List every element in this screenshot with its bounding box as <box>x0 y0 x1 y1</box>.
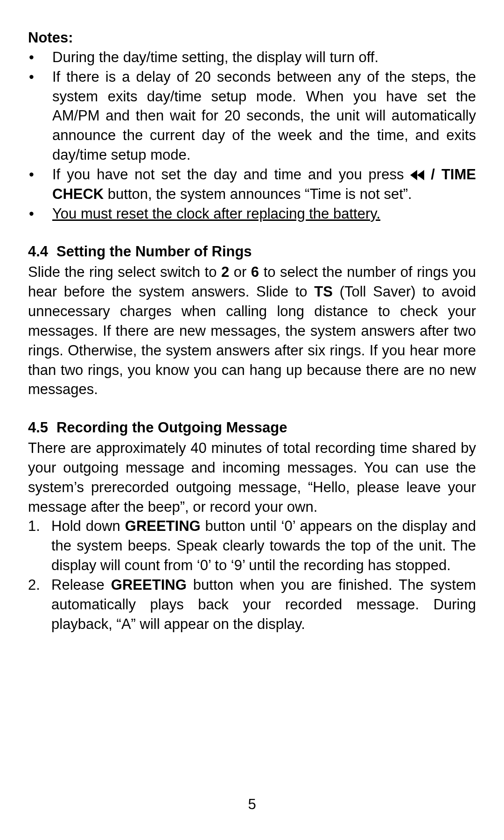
text-run: (Toll Saver) to avoid unnecessary charge… <box>28 283 476 397</box>
text-run-bold: / <box>424 166 441 183</box>
section-heading-4-4: 4.4 Setting the Number of Rings <box>28 242 476 261</box>
text-run: Slide the ring select switch to <box>28 264 221 280</box>
bullet-icon <box>28 67 52 87</box>
step-number: 1. <box>28 516 51 536</box>
text-run: Release <box>51 577 111 593</box>
svg-marker-0 <box>410 170 417 180</box>
note-text: During the day/time setting, the display… <box>52 48 476 67</box>
text-run: button, the system announces “Time is no… <box>104 186 412 202</box>
section-4-5-steps: 1. Hold down GREETING button until ‘0’ a… <box>28 516 476 634</box>
note-text: If there is a delay of 20 seconds betwee… <box>52 67 476 165</box>
list-item: 1. Hold down GREETING button until ‘0’ a… <box>28 516 476 575</box>
greeting-label: GREETING <box>125 518 201 534</box>
page-number: 5 <box>0 795 504 814</box>
text-run: If you have not set the day and time and… <box>52 166 410 183</box>
section-title: Recording the Outgoing Message <box>56 418 287 438</box>
list-item: If there is a delay of 20 seconds betwee… <box>28 67 476 165</box>
text-run-bold: TS <box>314 283 333 300</box>
notes-list: During the day/time setting, the display… <box>28 48 476 224</box>
text-run-bold: 2 <box>221 264 229 280</box>
bullet-icon <box>28 204 52 224</box>
list-item: 2. Release GREETING button when you are … <box>28 575 476 634</box>
rewind-icon <box>410 166 424 176</box>
bullet-icon <box>28 48 52 67</box>
step-number: 2. <box>28 575 51 595</box>
text-run: or <box>229 264 251 280</box>
section-number: 4.5 <box>28 418 48 438</box>
text-run-bold: 6 <box>251 264 259 280</box>
list-item: During the day/time setting, the display… <box>28 48 476 67</box>
manual-page: Notes: During the day/time setting, the … <box>0 0 504 840</box>
section-4-5-intro: There are approximately 40 minutes of to… <box>28 438 476 516</box>
note-text: If you have not set the day and time and… <box>52 165 476 204</box>
note-text-underlined: You must reset the clock after replacing… <box>52 204 476 224</box>
step-text: Hold down GREETING button until ‘0’ appe… <box>51 516 476 575</box>
bullet-icon <box>28 165 52 184</box>
notes-heading: Notes: <box>28 28 476 48</box>
section-heading-4-5: 4.5 Recording the Outgoing Message <box>28 418 476 438</box>
step-text: Release GREETING button when you are fin… <box>51 575 476 634</box>
text-run: Hold down <box>51 518 125 534</box>
section-number: 4.4 <box>28 242 48 261</box>
section-title: Setting the Number of Rings <box>56 242 252 261</box>
list-item: You must reset the clock after replacing… <box>28 204 476 224</box>
list-item: If you have not set the day and time and… <box>28 165 476 204</box>
svg-marker-1 <box>417 170 424 180</box>
greeting-label: GREETING <box>111 577 187 593</box>
section-4-4-para: Slide the ring select switch to 2 or 6 t… <box>28 262 476 399</box>
